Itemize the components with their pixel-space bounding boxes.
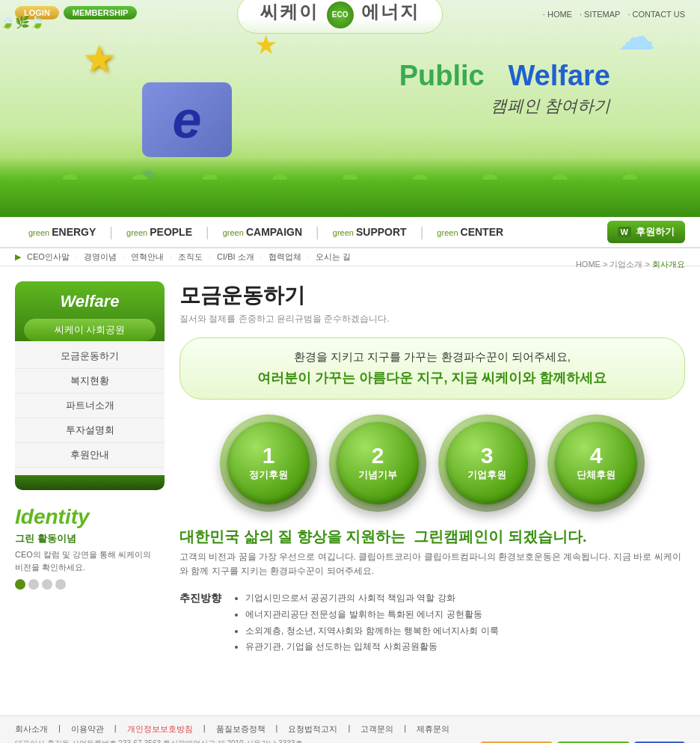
footer-address: 대표이사 홍길동 사업등록번호 233-67-3563 통신판매업신고 제 20…: [15, 738, 303, 743]
footer-sep-2: |: [114, 724, 117, 735]
dot-2[interactable]: [28, 579, 39, 590]
footer-link-quality[interactable]: 품질보증정책: [216, 724, 265, 735]
circle-btn-4[interactable]: 4 단체후원: [547, 415, 645, 512]
identity-dots: [15, 579, 165, 590]
footer-links: 회사소개 | 이용약관 | 개인정보보호방침 | 품질보증정책 | 요청법적고지…: [15, 724, 685, 735]
action-label: 추진방향: [179, 590, 221, 655]
public-welfare-area: Public Welfare 캠페인 참여하기: [399, 60, 610, 117]
sub-nav-partner[interactable]: 협력업체: [268, 251, 301, 263]
footer-link-affiliate[interactable]: 제휴문의: [417, 724, 449, 735]
dot-3[interactable]: [42, 579, 52, 590]
footer-link-contact[interactable]: 고객문의: [360, 724, 393, 735]
support-w-icon: W: [618, 227, 631, 237]
circle-btn-2[interactable]: 2 기념기부: [329, 415, 426, 512]
footer-link-company[interactable]: 회사소개: [15, 724, 48, 735]
sidebar-item-support[interactable]: 후원안내: [15, 443, 165, 468]
support-button[interactable]: W 후원하기: [607, 221, 685, 243]
nav-item-energy[interactable]: green ENERGY: [15, 226, 109, 238]
circle-num-1: 1: [262, 444, 275, 467]
sub-nav-history[interactable]: 연혁안내: [131, 251, 164, 263]
circle-label-1: 정기후원: [249, 468, 288, 482]
circle-num-4: 4: [590, 444, 603, 467]
action-item-1: 기업시민으로서 공공기관의 사회적 책임과 역할 강화: [245, 590, 499, 607]
sub-nav-ceo[interactable]: CEO인사말: [27, 251, 70, 263]
header-nav-right: · HOME · SITEMAP · CONTACT US: [543, 6, 685, 19]
star-decoration-2: ★: [254, 30, 277, 60]
sub-nav-sep-6: ·: [307, 253, 310, 262]
action-item-2: 에너지관리공단 전문성을 발휘하는 특화된 에너지 공헌활동: [245, 607, 499, 623]
green-box-line2: 여러분이 가꾸는 아름다운 지구, 지금 씨케이와 함께하세요: [198, 369, 666, 387]
content-title-area: 모금운동하기 질서와 절제를 존중하고 윤리규범을 준수하겠습니다.: [179, 281, 390, 325]
star-decoration-1: ★: [82, 37, 116, 81]
circle-btn-inner-1: 1 정기후원: [227, 422, 310, 504]
content-area: 모금운동하기 질서와 절제를 존중하고 윤리규범을 준수하겠습니다. HOME …: [165, 281, 685, 700]
sidebar: Welfare 씨케이 사회공원 모금운동하기 복지현황 파트너소개 투자설명회…: [15, 281, 165, 700]
action-item-4: 유관기관, 기업을 선도하는 입체적 사회공원활동: [245, 639, 499, 655]
identity-desc: CEO의 칼럼 및 강연을 통해 씨케이의비전을 확인하세요.: [15, 548, 165, 573]
campaign-desc: 고객의 비전과 꿈을 가장 우선으로 여깁니다. 클립아트코리아 클립아트컴파니…: [179, 550, 685, 578]
sidebar-bottom: [15, 475, 165, 490]
footer-bottom: 대표이사 홍길동 사업등록번호 233-67-3563 통신판매업신고 제 20…: [15, 738, 685, 743]
welfare-text: Welfare: [508, 60, 610, 91]
logo-area: 씨케이 ECO 에너지: [237, 0, 443, 34]
circle-btn-3[interactable]: 3 기업후원: [438, 415, 535, 512]
identity-section: Identity 그린 활동이념 CEO의 칼럼 및 강연을 통해 씨케이의비전…: [15, 505, 165, 590]
sub-nav-sep-4: ·: [209, 253, 211, 262]
footer-sep-4: |: [276, 724, 278, 735]
sub-nav-sep-2: ·: [123, 253, 125, 262]
sidebar-item-partner[interactable]: 파트너소개: [15, 394, 165, 418]
action-item-3: 소외계층, 청소년, 지역사회와 함께하는 행복한 에너지사회 이룩: [245, 623, 499, 640]
footer-link-privacy[interactable]: 개인정보보호방침: [127, 724, 193, 735]
circle-btn-inner-4: 4 단체후원: [555, 422, 637, 504]
sidebar-welfare-box: Welfare 씨케이 사회공원: [15, 281, 165, 341]
e-box-decoration: e: [142, 82, 232, 157]
sidebar-title: Welfare: [15, 292, 165, 311]
content-header: 모금운동하기 질서와 절제를 존중하고 윤리규범을 준수하겠습니다. HOME …: [179, 281, 685, 325]
nav-item-support[interactable]: green SUPPORT: [319, 226, 420, 238]
nav-item-campaign[interactable]: green CAMPAIGN: [209, 226, 316, 238]
nav-sitemap[interactable]: · SITEMAP: [580, 10, 620, 19]
identity-subtitle: 그린 활동이념: [15, 532, 165, 545]
sidebar-active-item[interactable]: 씨케이 사회공원: [24, 319, 156, 341]
sidebar-item-invest[interactable]: 투자설명회: [15, 418, 165, 443]
campaign-highlight: 그린캠페인이 되겠습니다.: [414, 528, 586, 545]
footer-link-terms[interactable]: 이용약관: [71, 724, 104, 735]
footer-link-legal[interactable]: 요청법적고지: [288, 724, 337, 735]
sidebar-item-donation[interactable]: 모금운동하기: [15, 344, 165, 369]
action-direction: 추진방향 기업시민으로서 공공기관의 사회적 책임과 역할 강화 에너지관리공단…: [179, 590, 685, 655]
sub-nav-org[interactable]: 조직도: [178, 251, 203, 263]
nav-item-center[interactable]: green CENTER: [423, 226, 517, 238]
circle-label-4: 단체후원: [577, 468, 615, 482]
circle-label-2: 기념기부: [358, 468, 397, 482]
logo-box: 씨케이 ECO 에너지: [237, 0, 443, 34]
public-text: Public: [399, 60, 485, 91]
dot-1[interactable]: [15, 579, 25, 590]
circle-btn-inner-3: 3 기업후원: [446, 422, 528, 504]
nav-home[interactable]: · HOME: [543, 10, 572, 19]
content-subtitle: 질서와 절제를 존중하고 윤리규범을 준수하겠습니다.: [179, 313, 390, 325]
logo-sub: 에너지: [361, 1, 420, 22]
nav-item-people[interactable]: green PEOPLE: [113, 226, 206, 238]
main-nav: green ENERGY | green PEOPLE | green CAMP…: [0, 217, 700, 248]
circle-buttons: 1 정기후원 2 기념기부 3 기업후원 4 단체후원: [179, 415, 685, 512]
public-welfare-subtitle: 캠페인 참여하기: [399, 95, 610, 117]
cloud-right-decoration: ☁: [618, 15, 655, 58]
green-box-line1: 환경을 지키고 지구를 가꾸는 환경파수꾼이 되어주세요,: [198, 350, 666, 364]
sub-nav-vision[interactable]: 경영이념: [84, 251, 117, 263]
header-top: LOGIN MEMBERSHIP 씨케이 ECO 에너지 · HOME · SI…: [0, 0, 700, 34]
footer-sep-1: |: [58, 724, 61, 735]
public-welfare-title: Public Welfare: [399, 60, 610, 92]
membership-button[interactable]: MEMBERSHIP: [64, 6, 138, 19]
footer: 회사소개 | 이용약관 | 개인정보보호방침 | 품질보증정책 | 요청법적고지…: [0, 715, 700, 743]
logo-eco-badge: ECO: [327, 1, 354, 28]
action-list: 기업시민으로서 공공기관의 사회적 책임과 역할 강화 에너지관리공단 전문성을…: [233, 590, 499, 655]
circle-btn-1[interactable]: 1 정기후원: [220, 415, 317, 512]
footer-sep-6: |: [404, 724, 406, 735]
sub-nav-ci[interactable]: CI/BI 소개: [217, 251, 254, 263]
sidebar-item-welfare[interactable]: 복지현황: [15, 369, 165, 394]
e-letter: e: [173, 90, 202, 150]
header: LOGIN MEMBERSHIP 씨케이 ECO 에너지 · HOME · SI…: [0, 0, 700, 217]
dot-4[interactable]: [55, 579, 66, 590]
sub-nav-directions[interactable]: 오시는 길: [316, 251, 351, 263]
footer-sep-5: |: [348, 724, 350, 735]
